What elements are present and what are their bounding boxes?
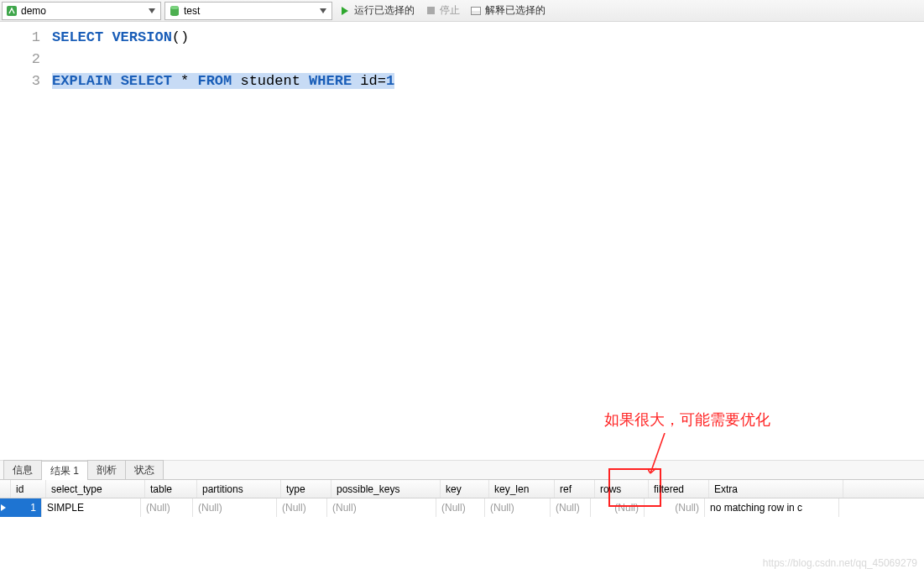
col-header-key_len[interactable]: key_len [489,480,555,498]
col-header-select_type[interactable]: select_type [46,480,145,498]
run-selected-label: 运行已选择的 [354,3,415,18]
line-number: 3 [0,70,40,92]
sql-editor[interactable]: 123 SELECT VERSION() EXPLAIN SELECT * FR… [0,22,924,460]
tab-2[interactable]: 剖析 [87,460,126,479]
cell-filtered[interactable]: (Null) [645,498,705,517]
tab-0[interactable]: 信息 [3,460,42,479]
result-grid-header: idselect_typetablepartitionstypepossible… [0,480,924,498]
col-header-possible_keys[interactable]: possible_keys [331,480,441,498]
explain-icon [470,7,482,15]
explain-selected-button[interactable]: 解释已选择的 [467,2,549,20]
stop-button: 停止 [421,2,463,20]
run-selected-button[interactable]: 运行已选择的 [336,2,418,20]
toolbar: demo test 运行已选择的 停止 解释已选择的 [0,0,924,22]
editor-code[interactable]: SELECT VERSION() EXPLAIN SELECT * FROM s… [49,22,924,460]
cell-partitions[interactable]: (Null) [193,498,277,517]
chevron-down-icon[interactable] [145,3,159,18]
col-header-partitions[interactable]: partitions [197,480,281,498]
watermark: https://blog.csdn.net/qq_45069279 [763,557,917,569]
database-select-value: demo [21,5,142,17]
database-select[interactable]: demo [2,2,161,20]
svg-point-2 [170,6,179,9]
cell-table[interactable]: (Null) [141,498,193,517]
table-row[interactable]: 1SIMPLE(Null)(Null)(Null)(Null)(Null)(Nu… [0,498,924,517]
cell-key_len[interactable]: (Null) [485,498,551,517]
result-grid-body: 1SIMPLE(Null)(Null)(Null)(Null)(Null)(Nu… [0,498,924,517]
line-number: 1 [0,27,40,49]
tab-1[interactable]: 结果 1 [41,461,88,480]
col-header-ref[interactable]: ref [555,480,595,498]
cell-key[interactable]: (Null) [436,498,485,517]
code-line[interactable]: SELECT VERSION() [52,27,924,49]
cell-id[interactable]: 1 [7,498,42,517]
schema-select-value: test [184,5,313,17]
stop-label: 停止 [440,3,460,18]
cell-possible_keys[interactable]: (Null) [327,498,436,517]
code-line[interactable]: EXPLAIN SELECT * FROM student WHERE id=1 [52,70,924,92]
explain-selected-label: 解释已选择的 [485,3,546,18]
result-tabs: 信息结果 1剖析状态 [0,460,924,480]
schema-select[interactable]: test [164,2,332,20]
database-icon [169,5,180,17]
result-grid: idselect_typetablepartitionstypepossible… [0,480,924,517]
col-header-filtered[interactable]: filtered [649,480,709,498]
cell-select_type[interactable]: SIMPLE [42,498,141,517]
cell-ref[interactable]: (Null) [551,498,591,517]
play-icon [339,7,351,15]
cell-rows[interactable]: (Null) [591,498,645,517]
stop-icon [425,7,436,14]
chevron-down-icon[interactable] [316,3,330,18]
row-marker [0,498,7,517]
tab-3[interactable]: 状态 [125,460,164,479]
col-header-key[interactable]: key [441,480,489,498]
editor-gutter: 123 [0,22,49,460]
col-header-Extra[interactable]: Extra [709,480,843,498]
cell-Extra[interactable]: no matching row in c [705,498,839,517]
cell-type[interactable]: (Null) [277,498,327,517]
code-line[interactable] [52,49,924,70]
db-conn-icon [6,5,18,17]
line-number: 2 [0,49,40,70]
col-header-table[interactable]: table [145,480,197,498]
col-header-id[interactable]: id [11,480,46,498]
col-header-rows[interactable]: rows [595,480,649,498]
col-header-type[interactable]: type [281,480,331,498]
